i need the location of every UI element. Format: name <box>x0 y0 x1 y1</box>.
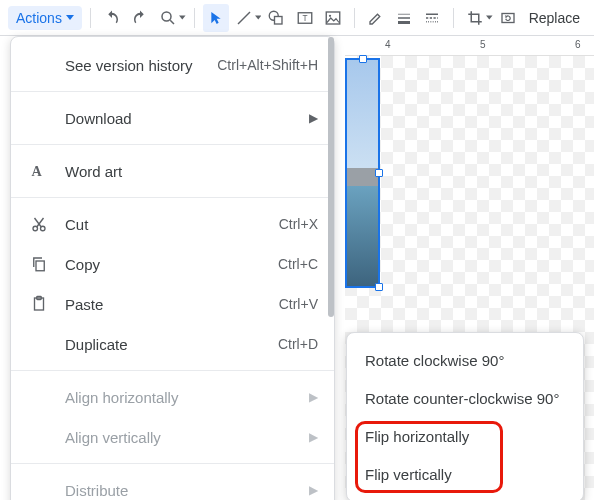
ruler-mark: 6 <box>575 39 581 50</box>
toolbar-separator <box>90 8 91 28</box>
submenu-arrow-icon: ▶ <box>309 430 318 444</box>
menu-separator <box>11 197 334 198</box>
svg-line-1 <box>170 20 174 24</box>
svg-point-8 <box>329 14 331 16</box>
toolbar-separator <box>354 8 355 28</box>
submenu-rotate-cw[interactable]: Rotate clockwise 90° <box>347 341 583 379</box>
menu-label: Word art <box>65 163 318 180</box>
menu-label: See version history <box>65 57 217 74</box>
submenu-flip-vertical[interactable]: Flip vertically <box>347 455 583 493</box>
undo-button[interactable] <box>99 4 125 32</box>
menu-shortcut: Ctrl+Alt+Shift+H <box>217 57 318 73</box>
menu-shortcut: Ctrl+C <box>278 256 318 272</box>
menu-download[interactable]: Download ▶ <box>11 98 334 138</box>
reset-image-button[interactable] <box>495 4 521 32</box>
menu-paste[interactable]: Paste Ctrl+V <box>11 284 334 324</box>
menu-label: Distribute <box>65 482 309 499</box>
resize-handle-right[interactable] <box>375 169 383 177</box>
rotate-submenu: Rotate clockwise 90° Rotate counter-cloc… <box>346 332 584 500</box>
menu-duplicate[interactable]: Duplicate Ctrl+D <box>11 324 334 364</box>
caret-down-icon <box>66 15 74 20</box>
shape-tool[interactable] <box>263 4 289 32</box>
menu-label: Cut <box>65 216 279 233</box>
cut-icon <box>27 215 51 233</box>
svg-rect-15 <box>502 13 514 22</box>
svg-rect-4 <box>275 16 283 24</box>
zoom-button[interactable] <box>155 4 181 32</box>
border-weight-button[interactable] <box>391 4 417 32</box>
menu-separator <box>11 144 334 145</box>
border-dash-button[interactable] <box>419 4 445 32</box>
copy-icon <box>27 255 51 273</box>
ruler-mark: 4 <box>385 39 391 50</box>
caret-down-icon <box>486 15 493 20</box>
menu-label: Align vertically <box>65 429 309 446</box>
menu-cut[interactable]: Cut Ctrl+X <box>11 204 334 244</box>
menu-separator <box>11 370 334 371</box>
menu-label: Download <box>65 110 309 127</box>
word-art-icon: A <box>27 161 51 181</box>
menu-distribute: Distribute ▶ <box>11 470 334 500</box>
svg-rect-21 <box>36 261 44 271</box>
menu-align-horizontal: Align horizontally ▶ <box>11 377 334 417</box>
toolbar: Actions T Replace <box>0 0 594 36</box>
actions-dropdown: See version history Ctrl+Alt+Shift+H Dow… <box>10 36 335 500</box>
submenu-arrow-icon: ▶ <box>309 390 318 404</box>
horizontal-ruler: 4 5 6 <box>345 36 594 56</box>
menu-label: Paste <box>65 296 279 313</box>
menu-shortcut: Ctrl+V <box>279 296 318 312</box>
resize-handle-top[interactable] <box>359 55 367 63</box>
menu-label: Copy <box>65 256 278 273</box>
menu-shortcut: Ctrl+X <box>279 216 318 232</box>
ruler-mark: 5 <box>480 39 486 50</box>
menu-label: Align horizontally <box>65 389 309 406</box>
redo-button[interactable] <box>127 4 153 32</box>
border-color-button[interactable] <box>363 4 389 32</box>
line-tool[interactable] <box>231 4 257 32</box>
menu-label: Duplicate <box>65 336 278 353</box>
submenu-arrow-icon: ▶ <box>309 483 318 497</box>
submenu-arrow-icon: ▶ <box>309 111 318 125</box>
replace-image-button[interactable]: Replace <box>523 10 586 26</box>
actions-button[interactable]: Actions <box>8 6 82 30</box>
svg-point-0 <box>162 12 171 21</box>
svg-line-2 <box>238 12 250 24</box>
svg-rect-7 <box>326 12 340 24</box>
image-tool[interactable] <box>320 4 346 32</box>
toolbar-separator <box>194 8 195 28</box>
crop-button[interactable] <box>462 4 488 32</box>
selected-image[interactable] <box>345 58 380 288</box>
menu-separator <box>11 463 334 464</box>
image-water <box>347 176 378 286</box>
menu-shortcut: Ctrl+D <box>278 336 318 352</box>
caret-down-icon <box>255 15 262 20</box>
toolbar-separator <box>453 8 454 28</box>
menu-separator <box>11 91 334 92</box>
image-sky <box>347 60 378 180</box>
actions-label: Actions <box>16 10 62 26</box>
submenu-rotate-ccw[interactable]: Rotate counter-clockwise 90° <box>347 379 583 417</box>
menu-align-vertical: Align vertically ▶ <box>11 417 334 457</box>
svg-text:A: A <box>32 163 43 179</box>
caret-down-icon <box>179 15 186 20</box>
paste-icon <box>27 295 51 313</box>
scrollbar-thumb[interactable] <box>328 37 334 317</box>
menu-version-history[interactable]: See version history Ctrl+Alt+Shift+H <box>11 45 334 85</box>
menu-copy[interactable]: Copy Ctrl+C <box>11 244 334 284</box>
submenu-flip-horizontal[interactable]: Flip horizontally <box>347 417 583 455</box>
dropdown-scrollbar[interactable] <box>327 37 335 500</box>
textbox-tool[interactable]: T <box>292 4 318 32</box>
resize-handle-br[interactable] <box>375 283 383 291</box>
select-tool[interactable] <box>203 4 229 32</box>
menu-word-art[interactable]: A Word art <box>11 151 334 191</box>
image-skyline <box>347 168 378 186</box>
svg-text:T: T <box>302 14 307 23</box>
